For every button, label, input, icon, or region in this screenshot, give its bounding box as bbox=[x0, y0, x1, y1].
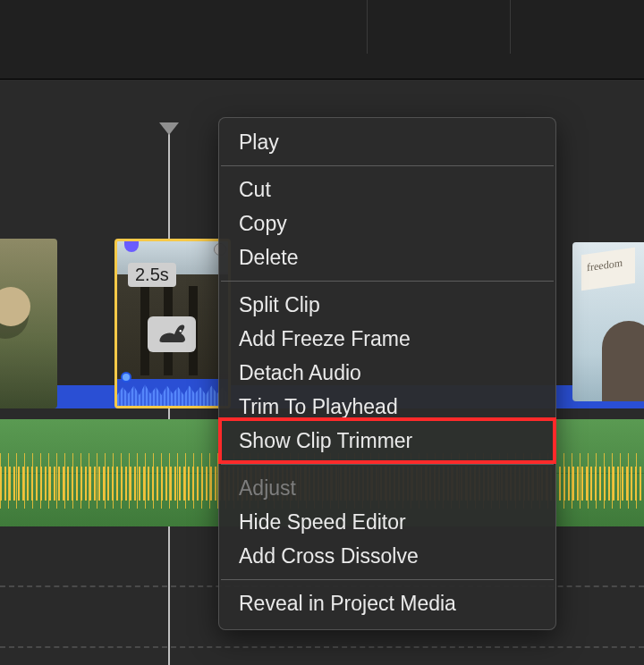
context-menu: Play Cut Copy Delete Split Clip Add Free… bbox=[218, 117, 556, 630]
toolbar-divider bbox=[510, 0, 511, 54]
toolbar-area bbox=[0, 0, 644, 79]
menu-item-hide-speed-editor[interactable]: Hide Speed Editor bbox=[219, 505, 555, 539]
menu-separator bbox=[221, 579, 554, 580]
video-clip[interactable] bbox=[572, 242, 644, 401]
menu-item-adjust: Adjust bbox=[219, 471, 555, 505]
menu-separator bbox=[221, 165, 554, 166]
video-clip[interactable] bbox=[0, 239, 57, 408]
keyframe-handle-icon[interactable] bbox=[121, 372, 131, 383]
toolbar-divider bbox=[367, 0, 368, 54]
menu-item-delete[interactable]: Delete bbox=[219, 240, 555, 274]
clip-thumbnail bbox=[602, 321, 644, 401]
video-clip-selected[interactable]: 2.5s bbox=[114, 239, 231, 408]
menu-separator bbox=[221, 281, 554, 282]
menu-item-cut[interactable]: Cut bbox=[219, 173, 555, 206]
menu-item-reveal-in-project-media[interactable]: Reveal in Project Media bbox=[219, 586, 555, 620]
svg-point-0 bbox=[180, 330, 182, 332]
timeline[interactable]: 2.5s Play Cut Copy Delete bbox=[0, 80, 644, 665]
menu-item-detach-audio[interactable]: Detach Audio bbox=[219, 356, 555, 390]
clip-waveform bbox=[117, 379, 228, 406]
menu-item-add-cross-dissolve[interactable]: Add Cross Dissolve bbox=[219, 539, 555, 573]
menu-item-add-freeze-frame[interactable]: Add Freeze Frame bbox=[219, 322, 555, 356]
clip-thumbnail bbox=[581, 248, 635, 290]
speed-rabbit-icon[interactable] bbox=[148, 316, 196, 352]
menu-item-trim-to-playhead[interactable]: Trim To Playhead bbox=[219, 390, 555, 424]
clip-duration-badge: 2.5s bbox=[128, 263, 176, 287]
menu-separator bbox=[221, 464, 554, 465]
empty-track[interactable] bbox=[0, 646, 644, 648]
menu-item-show-clip-trimmer[interactable]: Show Clip Trimmer bbox=[219, 424, 555, 458]
menu-item-copy[interactable]: Copy bbox=[219, 206, 555, 240]
menu-item-play[interactable]: Play bbox=[219, 125, 555, 159]
menu-item-split-clip[interactable]: Split Clip bbox=[219, 288, 555, 322]
